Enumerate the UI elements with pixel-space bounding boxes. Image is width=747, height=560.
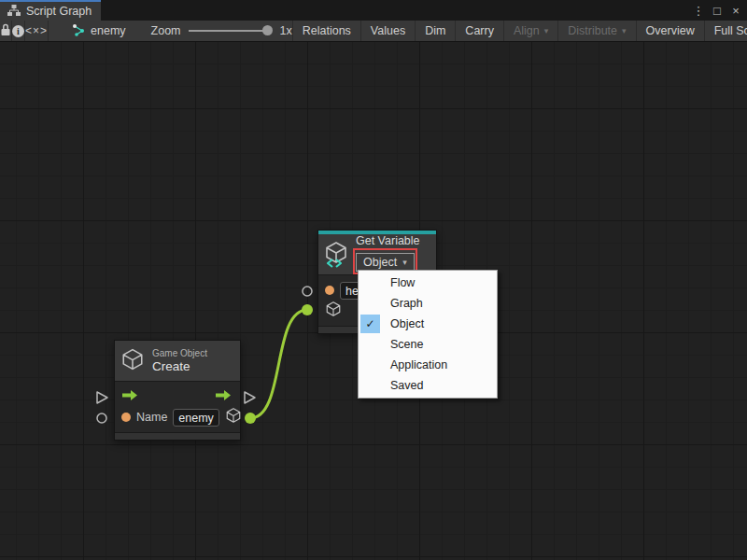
graph-window: Script Graph ⋮ □ × i <×>: [0, 0, 747, 560]
tab-title: Script Graph: [26, 5, 92, 18]
carry-button[interactable]: Carry: [455, 21, 503, 41]
overview-button[interactable]: Overview: [636, 21, 704, 41]
node-title: Create: [152, 359, 207, 374]
maximize-icon[interactable]: □: [710, 2, 725, 19]
menu-item-object[interactable]: ✓ Object: [359, 314, 497, 334]
toolbar-buttons: Relations Values Dim Carry Align ▾ Distr…: [292, 21, 747, 41]
zoom-value: 1x: [280, 24, 292, 37]
node-body: Name enemy: [115, 382, 240, 432]
graph-reference[interactable]: enemy: [72, 21, 126, 41]
graph-icon: [72, 23, 86, 39]
fullscreen-button[interactable]: Full Screen: [704, 21, 747, 41]
variable-scope-menu: Flow Graph ✓ Object Scene Application Sa…: [358, 270, 498, 399]
variable-scope-dropdown[interactable]: Object ▾: [356, 253, 415, 272]
zoom-control: Zoom 1x: [151, 21, 292, 41]
graph-name: enemy: [91, 24, 126, 37]
flow-out-arrow-icon[interactable]: [215, 388, 233, 405]
connection-wire[interactable]: [250, 310, 307, 418]
tab-strip: Script Graph ⋮ □ ×: [0, 0, 747, 21]
variable-name-port[interactable]: [303, 287, 312, 296]
string-port-icon[interactable]: [121, 413, 131, 422]
check-icon: ✓: [360, 315, 380, 333]
node-header[interactable]: Game Object Create: [115, 341, 240, 382]
node-category: Game Object: [152, 347, 207, 359]
flow-input-port[interactable]: [97, 392, 107, 403]
menu-item-saved[interactable]: Saved: [359, 375, 497, 396]
gameobject-output-port[interactable]: [245, 413, 256, 424]
input-label: Name: [136, 411, 167, 424]
code-icon: <×>: [25, 24, 48, 37]
zoom-slider[interactable]: [189, 21, 275, 41]
zoom-slider-handle[interactable]: [262, 25, 273, 35]
chevron-down-icon: ▾: [622, 27, 627, 35]
string-port-icon[interactable]: [325, 286, 334, 295]
code-view-button[interactable]: <×>: [25, 21, 49, 41]
name-input-field[interactable]: enemy: [173, 409, 219, 427]
node-footer: [115, 432, 240, 440]
menu-item-scene[interactable]: Scene: [359, 334, 497, 355]
chevron-down-icon: ▾: [402, 259, 407, 267]
graph-toolbar: i <×> enemy Zoom 1x: [0, 21, 747, 42]
chevron-down-icon: ▾: [544, 27, 549, 35]
menu-item-graph[interactable]: Graph: [359, 293, 497, 314]
variable-cube-icon: [324, 241, 348, 269]
dim-button[interactable]: Dim: [415, 21, 455, 41]
align-button: Align ▾: [503, 21, 557, 41]
zoom-slider-track[interactable]: [189, 30, 269, 32]
flow-row: [115, 386, 240, 407]
zoom-label: Zoom: [151, 24, 181, 37]
menu-item-application[interactable]: Application: [359, 355, 497, 375]
lock-button[interactable]: [0, 21, 12, 41]
name-input-port[interactable]: [97, 413, 106, 423]
node-title: Get Variable: [356, 234, 420, 248]
menu-item-flow[interactable]: Flow: [359, 273, 497, 293]
flow-output-port[interactable]: [245, 392, 255, 403]
values-button[interactable]: Values: [360, 21, 415, 41]
gameobject-cube-icon[interactable]: [325, 301, 342, 321]
inspect-button[interactable]: i: [12, 21, 25, 41]
create-game-object-node[interactable]: Game Object Create: [114, 340, 241, 441]
distribute-button: Distribute ▾: [557, 21, 635, 41]
info-icon: i: [12, 25, 24, 37]
gameobject-cube-icon[interactable]: [225, 407, 242, 427]
window-controls: ⋮ □ ×: [691, 0, 743, 21]
graph-canvas[interactable]: Get Variable Object ▾ he: [0, 42, 747, 560]
flow-in-arrow-icon[interactable]: [121, 388, 140, 405]
object-input-port[interactable]: [302, 304, 313, 315]
hierarchy-icon: [7, 5, 21, 19]
window-menu-icon[interactable]: ⋮: [691, 2, 706, 19]
gameobject-cube-icon: [120, 347, 145, 375]
name-input-row: Name enemy: [115, 407, 240, 427]
relations-button[interactable]: Relations: [292, 21, 360, 41]
lock-icon: [0, 23, 11, 39]
close-icon[interactable]: ×: [728, 2, 743, 19]
tab-script-graph[interactable]: Script Graph: [0, 0, 101, 21]
